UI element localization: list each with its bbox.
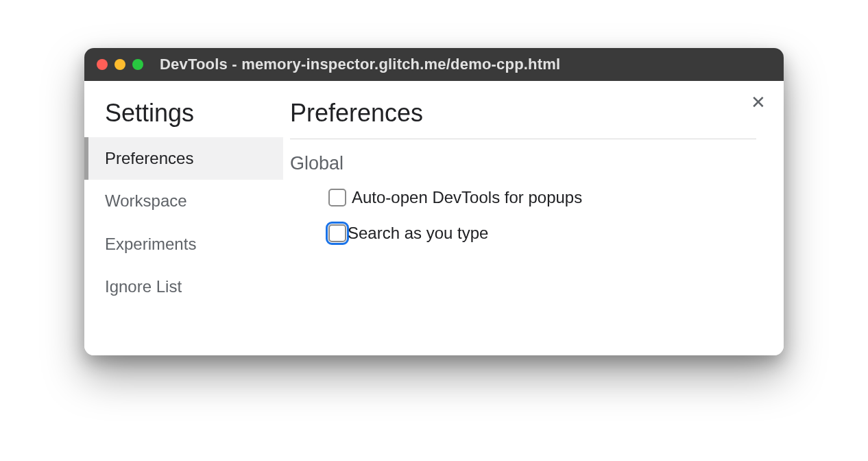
checkbox-icon[interactable] (328, 224, 346, 242)
settings-sidebar: Settings Preferences Workspace Experimen… (84, 81, 283, 355)
sidebar-item-experiments[interactable]: Experiments (84, 223, 283, 265)
window-close-icon[interactable] (97, 59, 108, 70)
sidebar-item-preferences[interactable]: Preferences (84, 137, 283, 180)
option-label: Auto-open DevTools for popups (352, 188, 582, 207)
window-title: DevTools - memory-inspector.glitch.me/de… (160, 56, 560, 73)
sidebar-item-ignore-list[interactable]: Ignore List (84, 265, 283, 308)
sidebar-item-label: Ignore List (105, 277, 182, 296)
page-title: Preferences (290, 99, 756, 139)
preferences-panel: Preferences Global Auto-open DevTools fo… (283, 81, 784, 355)
checkbox-icon[interactable] (328, 189, 346, 206)
option-label: Search as you type (348, 224, 488, 243)
option-auto-open-devtools[interactable]: Auto-open DevTools for popups (290, 188, 756, 207)
settings-window: DevTools - memory-inspector.glitch.me/de… (84, 48, 784, 355)
sidebar-item-label: Experiments (105, 235, 196, 253)
section-global-title: Global (290, 153, 756, 174)
close-icon[interactable]: ✕ (751, 93, 766, 111)
sidebar-title: Settings (84, 99, 283, 137)
sidebar-item-label: Workspace (105, 191, 187, 210)
sidebar-item-label: Preferences (105, 149, 193, 167)
window-maximize-icon[interactable] (132, 59, 143, 70)
window-titlebar: DevTools - memory-inspector.glitch.me/de… (84, 48, 784, 81)
traffic-lights (97, 59, 143, 70)
settings-content: ✕ Settings Preferences Workspace Experim… (84, 81, 784, 355)
sidebar-item-workspace[interactable]: Workspace (84, 180, 283, 222)
option-search-as-you-type[interactable]: Search as you type (290, 224, 756, 243)
window-minimize-icon[interactable] (114, 59, 125, 70)
